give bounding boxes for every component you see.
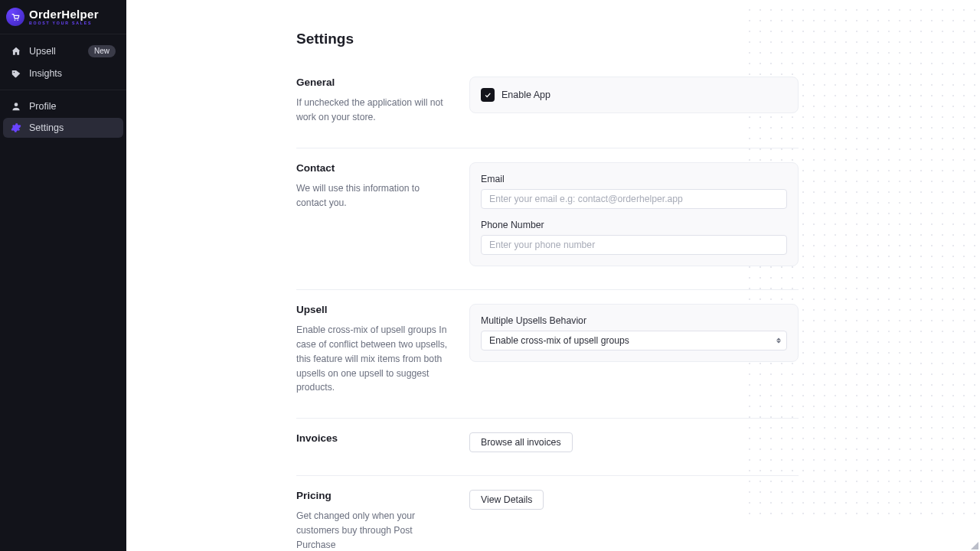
sidebar-item-upsell[interactable]: Upsell New xyxy=(3,41,123,62)
upsell-card: Multiple Upsells Behavior Enable cross-m… xyxy=(469,304,799,362)
sidebar-item-label: Insights xyxy=(29,68,62,79)
sidebar-item-label: Settings xyxy=(29,122,64,133)
cart-icon xyxy=(6,8,24,26)
section-heading: Contact xyxy=(296,162,448,174)
new-badge: New xyxy=(88,45,116,57)
section-upsell: Upsell Enable cross-mix of upsell groups… xyxy=(296,290,799,419)
svg-point-3 xyxy=(15,103,18,106)
brand-name: OrderHelper xyxy=(29,8,99,20)
section-pricing: Pricing Get changed only when your custo… xyxy=(296,476,799,551)
section-contact: Contact We will use this information to … xyxy=(296,148,799,290)
section-desc: Get changed only when your customers buy… xyxy=(296,509,448,551)
section-heading: Pricing xyxy=(296,490,448,501)
enable-app-checkbox[interactable] xyxy=(481,88,495,102)
sidebar-item-label: Profile xyxy=(29,101,56,112)
contact-card: Email Phone Number xyxy=(469,162,799,266)
view-pricing-button[interactable]: View Details xyxy=(469,490,544,510)
section-desc: Enable cross-mix of upsell groups In cas… xyxy=(296,323,448,396)
tag-icon xyxy=(11,68,21,79)
brand-logo: OrderHelper BOOST YOUR SALES xyxy=(0,0,126,34)
svg-point-0 xyxy=(14,19,15,21)
enable-app-label: Enable App xyxy=(501,90,550,100)
sidebar-item-insights[interactable]: Insights xyxy=(3,64,123,83)
sidebar-item-profile[interactable]: Profile xyxy=(3,96,123,116)
sidebar-item-settings[interactable]: Settings xyxy=(3,118,123,138)
general-card: Enable App xyxy=(469,77,799,113)
resize-handle-icon xyxy=(971,542,978,549)
section-desc: We will use this information to contact … xyxy=(296,181,448,210)
page-title: Settings xyxy=(296,31,799,47)
section-general: General If unchecked the application wil… xyxy=(296,63,799,148)
brand-tagline: BOOST YOUR SALES xyxy=(29,21,99,25)
section-heading: General xyxy=(296,77,448,88)
home-icon xyxy=(11,46,21,57)
phone-label: Phone Number xyxy=(481,220,787,230)
nav-group-account: Profile Settings xyxy=(0,90,126,144)
gear-icon xyxy=(11,122,21,133)
section-heading: Invoices xyxy=(296,432,448,444)
section-desc: If unchecked the application will not wo… xyxy=(296,96,448,125)
main-content: Settings General If unchecked the applic… xyxy=(126,0,980,551)
browse-invoices-button[interactable]: Browse all invoices xyxy=(469,432,573,452)
email-label: Email xyxy=(481,174,787,184)
sidebar-item-label: Upsell xyxy=(29,46,56,57)
email-input[interactable] xyxy=(481,189,787,209)
upsell-behavior-select[interactable]: Enable cross-mix of upsell groups xyxy=(481,331,787,350)
svg-point-2 xyxy=(14,72,15,73)
section-invoices: Invoices Browse all invoices xyxy=(296,419,799,476)
phone-input[interactable] xyxy=(481,235,787,255)
upsell-select-label: Multiple Upsells Behavior xyxy=(481,315,787,326)
section-heading: Upsell xyxy=(296,304,448,315)
nav-group-main: Upsell New Insights xyxy=(0,34,126,90)
sidebar: OrderHelper BOOST YOUR SALES Upsell New … xyxy=(0,0,126,551)
user-icon xyxy=(11,101,21,112)
svg-point-1 xyxy=(17,19,18,21)
